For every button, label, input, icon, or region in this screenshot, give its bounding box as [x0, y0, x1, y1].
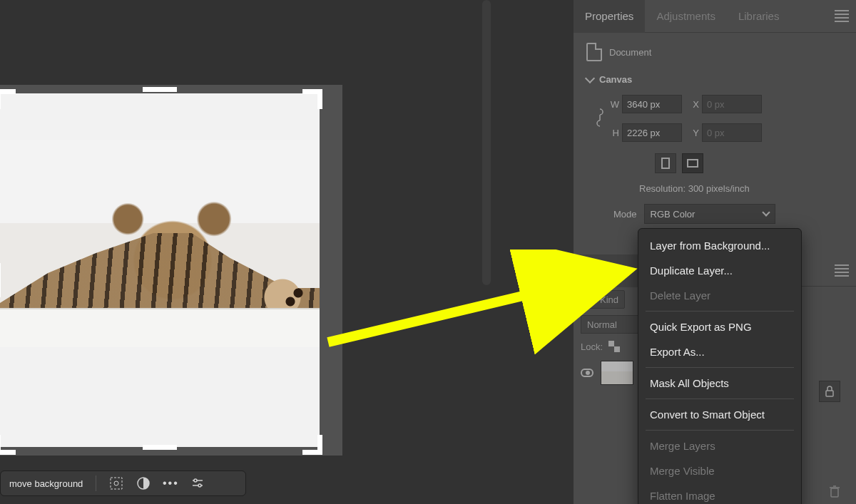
canvas-section-title: Canvas	[599, 74, 632, 85]
menu-delete-layer: Delete Layer	[638, 283, 801, 308]
y-label: Y	[682, 128, 702, 138]
menu-merge-visible: Merge Visible	[638, 458, 801, 483]
panel-tabbar: Properties Adjustments Libraries	[574, 0, 856, 33]
menu-separator	[646, 430, 794, 431]
resolution-text: Resolution: 300 pixels/inch	[639, 183, 843, 194]
svg-rect-10	[608, 341, 614, 346]
lock-transparency-icon[interactable]	[608, 341, 620, 352]
lock-label: Lock:	[581, 341, 603, 352]
blend-mode-value: Normal	[587, 319, 617, 330]
layers-panel-menu-icon[interactable]	[835, 264, 849, 277]
orientation-portrait-button[interactable]	[655, 153, 676, 173]
document-image	[0, 140, 320, 347]
x-field: 0 px	[702, 95, 762, 113]
link-dimensions-icon[interactable]	[595, 107, 605, 130]
menu-merge-layers: Merge Layers	[638, 433, 801, 458]
chevron-down-icon	[585, 73, 595, 83]
height-field[interactable]: 2226 px	[622, 123, 682, 142]
more-options-icon[interactable]: •••	[163, 476, 178, 490]
search-icon	[587, 295, 596, 304]
menu-layer-from-background[interactable]: Layer from Background...	[638, 233, 801, 258]
svg-rect-12	[826, 391, 833, 396]
menu-convert-smart-object[interactable]: Convert to Smart Object	[638, 402, 801, 427]
width-field[interactable]: 3640 px	[622, 95, 682, 113]
layer-filter-kind-label: Kind	[600, 294, 618, 305]
artboard[interactable]	[0, 93, 320, 447]
menu-separator	[646, 367, 794, 368]
svg-point-7	[588, 296, 593, 302]
bar-settings-icon[interactable]	[190, 476, 205, 490]
tab-properties[interactable]: Properties	[574, 0, 645, 33]
x-label: X	[682, 99, 702, 110]
color-mode-value: RGB Color	[651, 209, 696, 220]
svg-rect-11	[614, 346, 620, 352]
adjustment-icon[interactable]	[136, 476, 151, 490]
panel-menu-icon[interactable]	[835, 10, 849, 22]
menu-separator	[646, 311, 794, 312]
select-subject-icon[interactable]	[109, 476, 123, 490]
tab-libraries[interactable]: Libraries	[727, 0, 791, 33]
svg-rect-0	[111, 478, 122, 489]
svg-point-1	[114, 481, 118, 485]
layer-context-menu: Layer from Background... Duplicate Layer…	[638, 228, 802, 504]
visibility-toggle-icon[interactable]	[581, 369, 593, 377]
svg-line-8	[593, 301, 595, 303]
orientation-landscape-button[interactable]	[682, 153, 703, 173]
y-field: 0 px	[702, 123, 762, 142]
svg-point-5	[194, 479, 197, 482]
height-label: H	[609, 128, 622, 138]
menu-export-as[interactable]: Export As...	[638, 339, 801, 364]
color-mode-select[interactable]: RGB Color	[644, 204, 775, 224]
mode-label: Mode	[613, 209, 637, 220]
tab-adjustments[interactable]: Adjustments	[645, 0, 727, 33]
divider	[96, 475, 96, 491]
document-row: Document	[586, 43, 843, 61]
canvas-section-header[interactable]: Canvas	[586, 74, 843, 85]
menu-separator	[646, 398, 794, 399]
menu-duplicate-layer[interactable]: Duplicate Layer...	[638, 258, 801, 283]
landscape-icon	[687, 159, 698, 168]
artboard-pasteboard	[0, 85, 342, 456]
layer-filter-kind[interactable]: Kind	[581, 290, 625, 309]
menu-flatten-image: Flatten Image	[638, 483, 801, 504]
crop-handle-bottom-mid[interactable]	[143, 445, 164, 466]
menu-mask-all-objects[interactable]: Mask All Objects	[638, 371, 801, 396]
svg-rect-13	[831, 488, 838, 497]
remove-background-button[interactable]: move background	[9, 478, 83, 489]
svg-point-6	[198, 484, 201, 487]
width-label: W	[609, 99, 622, 110]
document-icon	[586, 43, 602, 61]
chevron-down-icon	[762, 208, 770, 216]
tab-layers[interactable]: Layers	[574, 254, 638, 287]
portrait-icon	[661, 158, 670, 169]
delete-layer-icon[interactable]	[829, 485, 840, 500]
contextual-task-bar: move background •••	[0, 470, 246, 496]
layer-thumbnail[interactable]	[601, 361, 633, 385]
canvas-area: move background •••	[0, 0, 492, 504]
document-label: Document	[609, 47, 651, 58]
vertical-scrollbar[interactable]	[482, 0, 491, 285]
layer-lock-icon[interactable]	[819, 381, 840, 402]
menu-quick-export-png[interactable]: Quick Export as PNG	[638, 314, 801, 339]
